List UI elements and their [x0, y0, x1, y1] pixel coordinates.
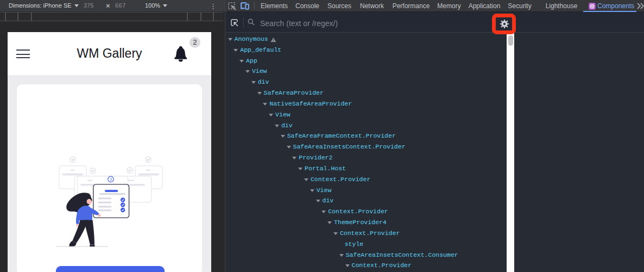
- svg-text:3: 3: [110, 177, 112, 181]
